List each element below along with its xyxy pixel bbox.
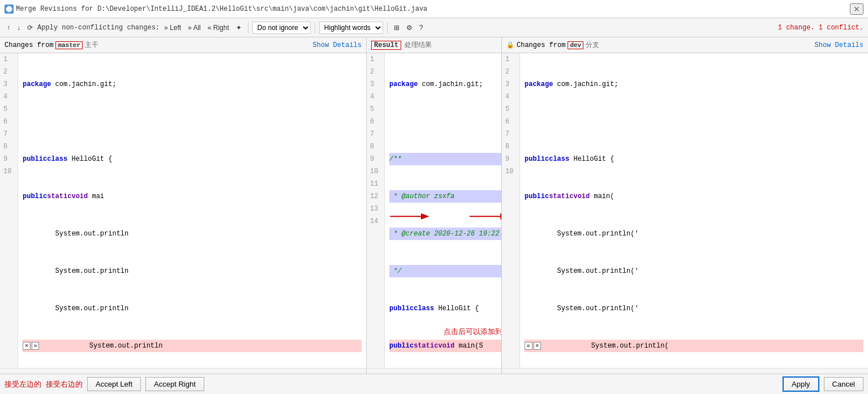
left-reject-button[interactable]: × [23, 342, 31, 350]
center-linenum-13: 13 [370, 203, 381, 215]
columns-button[interactable]: ⊞ [392, 23, 402, 33]
right-code-line-5: System.out.println(' [525, 228, 863, 240]
center-scrollbar[interactable] [367, 368, 501, 374]
center-linenum-12: 12 [370, 190, 381, 203]
left-code-line-3: public class HelloGit { [23, 153, 362, 165]
center-linenum-7: 7 [370, 128, 381, 140]
right-code-area: 1 2 3 4 5 6 7 8 9 10 package com.jachin.… [502, 53, 868, 368]
center-linenum-1: 1 [370, 53, 381, 66]
right-linenum-2: 2 [505, 66, 516, 78]
right-code-line-8: « × System.out.println( [525, 340, 863, 352]
left-accept-button[interactable]: » [32, 342, 40, 350]
right-linenum-10: 10 [505, 165, 516, 178]
left-code-line-7: System.out.println [23, 302, 362, 315]
left-code-area: 1 2 3 4 5 6 7 8 9 10 package com.jachin.… [0, 53, 366, 368]
left-linenum-1: 1 [3, 53, 14, 66]
center-linenum-5: 5 [370, 103, 381, 115]
left-code-line-5: System.out.println [23, 228, 362, 240]
right-scrollbar[interactable] [502, 368, 868, 374]
left-linenum-8: 8 [3, 140, 14, 153]
lock-icon: 🔒 [506, 41, 514, 49]
separator-2 [315, 22, 315, 33]
up-arrow-button[interactable]: ↑ [5, 23, 12, 33]
right-linenum-9: 9 [505, 153, 516, 165]
left-linenum-5: 5 [3, 103, 14, 115]
right-linenum-1: 1 [505, 53, 516, 66]
separator-1 [248, 22, 248, 33]
center-linenum-14: 14 [370, 215, 381, 228]
left-code-line-8: × » System.out.println [23, 340, 362, 352]
center-linenum-6: 6 [370, 115, 381, 128]
center-code-line-7: public class HelloGit { [389, 302, 501, 315]
right-linenum-8: 8 [505, 140, 516, 153]
right-button[interactable]: « Right [205, 23, 231, 33]
right-chinese-label: 分支 [586, 40, 599, 50]
right-code-line-6: System.out.println(' [525, 265, 863, 277]
right-line-numbers: 1 2 3 4 5 6 7 8 9 10 [502, 53, 520, 368]
left-scrollbar[interactable] [0, 368, 366, 374]
apply-non-conflicting-label: Apply non-conflicting changes: [37, 24, 160, 32]
left-button[interactable]: » Left [162, 23, 183, 33]
right-linenum-4: 4 [505, 91, 516, 103]
center-linenum-8: 8 [370, 140, 381, 153]
down-arrow-button[interactable]: ↓ [15, 23, 23, 33]
bottom-bar: 接受左边的 接受右边的 Accept Left Accept Right App… [0, 374, 868, 394]
right-reject-button[interactable]: × [534, 342, 542, 350]
left-code-lines: package com.jachin.git; public class Hel… [18, 53, 366, 368]
center-linenum-10: 10 [370, 165, 381, 178]
separator-3 [387, 22, 388, 33]
right-linenum-3: 3 [505, 78, 516, 91]
panels-row: Changes from master 主干 Show Details 1 2 … [0, 37, 868, 374]
right-code-line-1: package com.jachin.git; [525, 78, 863, 91]
center-code-lines: package com.jachin.git; /** * @author zs… [385, 53, 501, 368]
title-bar: Merge Revisions for D:\Developer\Intelli… [0, 0, 868, 18]
right-linenum-5: 5 [505, 103, 516, 115]
right-linenum-6: 6 [505, 115, 516, 128]
result-label: Result [371, 41, 401, 50]
left-panel-header: Changes from master 主干 Show Details [0, 37, 366, 53]
center-linenum-2: 2 [370, 66, 381, 78]
center-header: Result 处理结果 [367, 37, 501, 53]
apply-button[interactable]: Apply [783, 376, 819, 392]
center-code-line-6: */ [389, 265, 501, 277]
settings-button[interactable]: ⚙ [404, 23, 415, 33]
right-code-line-4: public static void main( [525, 190, 863, 203]
accept-left-button[interactable]: Accept Left [87, 377, 141, 391]
right-accept-button[interactable]: « [525, 342, 532, 350]
right-show-details[interactable]: Show Details [815, 41, 863, 49]
conflict-info: 1 change. 1 conflict. [778, 24, 863, 32]
left-line-numbers: 1 2 3 4 5 6 7 8 9 10 [0, 53, 18, 368]
left-linenum-9: 9 [3, 153, 14, 165]
accept-right-text: 接受右边的 [46, 379, 83, 389]
svg-point-0 [6, 6, 12, 12]
left-linenum-4: 4 [3, 91, 14, 103]
highlight-dropdown[interactable]: Highlight words [319, 22, 383, 34]
left-changes-label: Changes from [5, 41, 53, 49]
left-code-line-4: public static void mai [23, 190, 362, 203]
right-code-line-7: System.out.println(' [525, 302, 863, 315]
toolbar: ↑ ↓ ⟳ Apply non-conflicting changes: » L… [0, 18, 868, 37]
left-linenum-3: 3 [3, 78, 14, 91]
apply-non-conflicting-icon[interactable]: ⟳ [25, 23, 35, 33]
left-show-details[interactable]: Show Details [313, 41, 362, 49]
left-linenum-6: 6 [3, 115, 14, 128]
center-line-numbers: 1 2 3 4 5 6 7 8 9 10 11 12 13 14 [367, 53, 385, 368]
center-code-line-3: /** [389, 153, 501, 165]
center-linenum-9: 9 [370, 153, 381, 165]
ignore-dropdown[interactable]: Do not ignore [252, 22, 311, 34]
cancel-button[interactable]: Cancel [824, 377, 863, 391]
center-code-line-4: * @author zsxfa [389, 190, 501, 203]
tooltip-overlay: 点击后可以添加到Result [390, 314, 501, 351]
center-code-line-5: * @create 2020-12-26 19:22 [389, 228, 501, 240]
center-chinese-label: 处理结果 [405, 40, 432, 50]
right-panel-header: 🔒 Changes from dev 分支 Show Details [502, 37, 868, 53]
help-button[interactable]: ? [417, 23, 426, 33]
all-button[interactable]: » All [186, 23, 203, 33]
close-button[interactable]: ✕ [850, 3, 863, 15]
right-linenum-7: 7 [505, 128, 516, 140]
right-changes-label: Changes from [517, 41, 565, 49]
magic-icon-button[interactable]: ✦ [234, 23, 244, 33]
accept-right-button[interactable]: Accept Right [145, 377, 204, 391]
window-title: Merge Revisions for D:\Developer\Intelli… [16, 5, 848, 13]
right-code-line-2 [525, 115, 863, 128]
